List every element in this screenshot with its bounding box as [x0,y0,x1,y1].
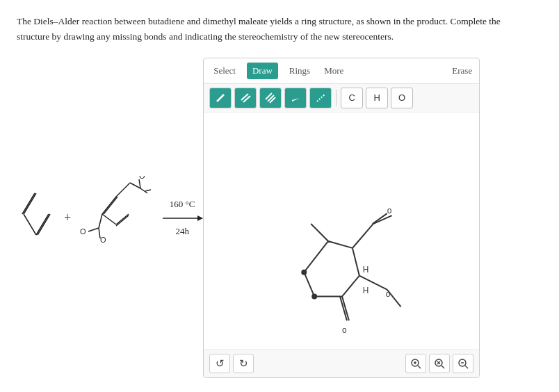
svg-line-7 [116,183,130,197]
svg-line-23 [217,95,224,101]
temperature-label: 160 °C [170,197,195,211]
triple-bond-btn[interactable] [259,88,282,108]
tool-row: C H O [204,84,479,113]
svg-line-3 [36,214,49,235]
zoom-out-btn[interactable] [453,354,473,373]
bottom-bar: ↺ ↻ [204,349,479,377]
svg-line-46 [311,224,328,241]
content-area: + O O O [17,58,542,378]
svg-line-57 [465,366,468,368]
left-panel: + O O O [17,176,203,259]
svg-marker-22 [197,215,203,221]
svg-text:H: H [363,264,369,274]
erase-tab[interactable]: Erase [452,64,472,78]
select-tab[interactable]: Select [211,63,238,79]
toolbar: Select Draw Rings More Erase [204,58,479,84]
problem-statement: The Diels–Alder reaction between butadie… [17,14,542,44]
svg-text:o: o [387,206,392,215]
redo-btn[interactable]: ↻ [233,354,254,373]
svg-line-18 [116,215,129,226]
svg-text:o: o [342,325,347,335]
wedge-bond-btn[interactable] [284,88,307,108]
svg-text:O: O [80,227,86,236]
butadiene-molecule [17,186,57,249]
svg-line-1 [22,193,35,214]
svg-line-30 [317,95,325,101]
svg-line-6 [104,197,118,214]
undo-btn[interactable]: ↺ [209,354,230,373]
svg-marker-31 [304,241,359,297]
dashed-bond-btn[interactable] [309,88,332,108]
draw-panel: Select Draw Rings More Erase [203,58,480,378]
svg-line-32 [353,224,373,248]
reaction-time: 24h [175,224,189,238]
single-bond-btn[interactable] [209,88,232,108]
undo-redo-controls: ↺ ↻ [209,354,254,373]
zoom-controls [405,354,473,373]
dimethylmaleate-molecule: O O O [78,176,154,259]
svg-line-8 [130,183,140,188]
reaction-conditions: 160 °C [170,197,195,211]
svg-line-5 [102,197,116,214]
zoom-reset-btn[interactable] [429,354,450,373]
svg-line-13 [99,214,102,228]
double-bond-btn[interactable] [234,88,257,108]
plus-sign: + [64,209,71,227]
svg-marker-29 [292,98,300,101]
hydrogen-btn[interactable]: H [366,88,388,108]
svg-line-55 [441,366,444,368]
svg-line-12 [145,190,151,191]
time-label: 24h [175,224,189,238]
svg-text:O: O [100,236,106,244]
svg-text:O: O [139,176,145,180]
oxygen-btn[interactable]: O [391,88,413,108]
svg-line-17 [102,214,116,224]
more-tab[interactable]: More [321,63,346,79]
product-molecule: o H H o o [204,113,479,349]
svg-line-4 [38,214,50,235]
svg-text:H: H [363,285,369,295]
svg-line-2 [24,214,36,235]
rings-tab[interactable]: Rings [286,63,313,79]
draw-tab[interactable]: Draw [247,63,278,79]
problem-text-line1: The Diels–Alder reaction between butadie… [17,16,501,26]
svg-point-48 [301,269,307,275]
problem-text-line2: structure by drawing any missing bonds a… [17,31,394,42]
zoom-in-btn[interactable] [405,354,426,373]
svg-line-14 [88,228,99,231]
carbon-btn[interactable]: C [341,88,363,108]
canvas-area[interactable]: o H H o o [204,113,479,349]
svg-line-33 [354,225,375,250]
svg-line-9 [139,179,140,188]
reaction-arrow [161,212,203,224]
svg-line-51 [418,366,421,368]
tool-separator [336,90,337,106]
svg-point-49 [311,293,317,299]
svg-line-0 [24,193,36,214]
svg-line-19 [116,214,129,224]
